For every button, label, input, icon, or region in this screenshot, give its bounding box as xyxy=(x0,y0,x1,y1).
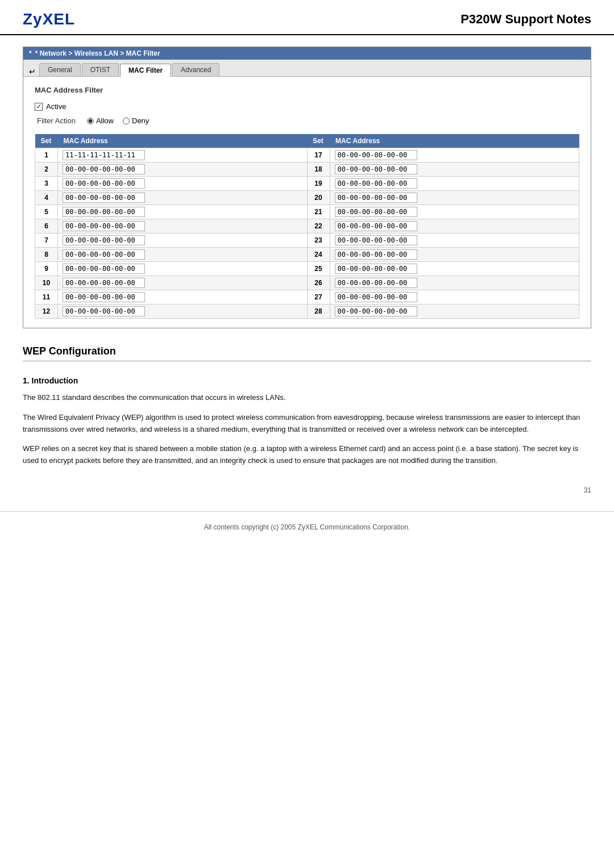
mac1-input[interactable] xyxy=(63,306,145,316)
col-set2-header: Set xyxy=(307,134,330,148)
table-row: 3 19 xyxy=(35,177,579,191)
intro-title: 1. Introduction xyxy=(23,376,591,385)
mac2-cell[interactable] xyxy=(330,233,579,248)
mac1-cell[interactable] xyxy=(58,262,308,276)
mac1-cell[interactable] xyxy=(58,233,308,248)
set2-cell: 20 xyxy=(307,191,330,205)
mac2-input[interactable] xyxy=(335,278,417,288)
mac2-input[interactable] xyxy=(335,193,417,203)
mac1-cell[interactable] xyxy=(58,290,308,304)
mac1-cell[interactable] xyxy=(58,248,308,262)
table-row: 8 24 xyxy=(35,248,579,262)
table-row: 1 17 xyxy=(35,148,579,162)
mac1-cell[interactable] xyxy=(58,148,308,162)
filter-action-row: Filter Action Allow Deny xyxy=(35,116,579,125)
set1-cell: 1 xyxy=(35,148,58,162)
mac2-cell[interactable] xyxy=(330,248,579,262)
mac2-cell[interactable] xyxy=(330,219,579,233)
set1-cell: 11 xyxy=(35,290,58,304)
tabs-row: ↵ General OTIST MAC Filter Advanced xyxy=(23,60,591,77)
active-checkbox[interactable]: ✓ xyxy=(35,103,43,111)
mac1-cell[interactable] xyxy=(58,177,308,191)
mac2-input[interactable] xyxy=(335,207,417,217)
mac1-cell[interactable] xyxy=(58,162,308,177)
mac1-input[interactable] xyxy=(63,207,145,217)
panel-body: MAC Address Filter ✓ Active Filter Actio… xyxy=(23,77,591,328)
set1-cell: 6 xyxy=(35,219,58,233)
radio-group: Allow Deny xyxy=(87,116,149,125)
intro-para3: WEP relies on a secret key that is share… xyxy=(23,443,591,467)
mac2-input[interactable] xyxy=(335,264,417,274)
radio-deny-item[interactable]: Deny xyxy=(123,116,149,125)
mac2-cell[interactable] xyxy=(330,262,579,276)
set2-cell: 19 xyxy=(307,177,330,191)
mac1-cell[interactable] xyxy=(58,304,308,319)
breadcrumb: * Network > Wireless LAN > MAC Filter xyxy=(35,49,160,57)
table-row: 5 21 xyxy=(35,205,579,219)
set1-cell: 10 xyxy=(35,276,58,290)
table-row: 11 27 xyxy=(35,290,579,304)
filter-action-label: Filter Action xyxy=(37,116,76,125)
set2-cell: 24 xyxy=(307,248,330,262)
mac2-cell[interactable] xyxy=(330,205,579,219)
set1-cell: 12 xyxy=(35,304,58,319)
mac2-input[interactable] xyxy=(335,164,417,174)
set1-cell: 9 xyxy=(35,262,58,276)
mac2-input[interactable] xyxy=(335,178,417,189)
mac2-cell[interactable] xyxy=(330,304,579,319)
mac1-input[interactable] xyxy=(63,178,145,189)
set1-cell: 3 xyxy=(35,177,58,191)
mac2-cell[interactable] xyxy=(330,148,579,162)
tab-advanced[interactable]: Advanced xyxy=(172,63,219,76)
mac1-input[interactable] xyxy=(63,193,145,203)
tab-otist[interactable]: OTIST xyxy=(82,63,119,76)
set2-cell: 28 xyxy=(307,304,330,319)
radio-deny-label: Deny xyxy=(132,116,149,125)
page-footer: All contents copyright (c) 2005 ZyXEL Co… xyxy=(0,511,614,540)
mac1-input[interactable] xyxy=(63,235,145,245)
wep-title: WEP Configuration xyxy=(23,345,591,361)
page-header: ZyXEL P320W Support Notes xyxy=(0,0,614,35)
mac1-input[interactable] xyxy=(63,221,145,231)
set2-cell: 25 xyxy=(307,262,330,276)
mac1-input[interactable] xyxy=(63,249,145,260)
section-title: MAC Address Filter xyxy=(35,86,579,94)
tab-mac-filter[interactable]: MAC Filter xyxy=(120,64,171,77)
mac2-input[interactable] xyxy=(335,306,417,316)
mac2-input[interactable] xyxy=(335,221,417,231)
table-row: 10 26 xyxy=(35,276,579,290)
mac1-input[interactable] xyxy=(63,292,145,302)
mac1-input[interactable] xyxy=(63,278,145,288)
mac-filter-table: Set MAC Address Set MAC Address 1 17 2 1… xyxy=(35,134,579,319)
panel-titlebar: * * Network > Wireless LAN > MAC Filter xyxy=(23,47,591,60)
mac2-input[interactable] xyxy=(335,292,417,302)
mac1-input[interactable] xyxy=(63,264,145,274)
mac2-cell[interactable] xyxy=(330,177,579,191)
tab-general[interactable]: General xyxy=(39,63,81,76)
mac1-cell[interactable] xyxy=(58,276,308,290)
radio-allow-button[interactable] xyxy=(87,118,94,124)
logo: ZyXEL xyxy=(23,10,75,28)
set1-cell: 4 xyxy=(35,191,58,205)
copyright-text: All contents copyright (c) 2005 ZyXEL Co… xyxy=(204,523,410,531)
intro-para2: The Wired Equivalent Privacy (WEP) algor… xyxy=(23,412,591,436)
radio-allow-item[interactable]: Allow xyxy=(87,116,114,125)
mac2-cell[interactable] xyxy=(330,191,579,205)
col-mac2-header: MAC Address xyxy=(330,134,579,148)
mac1-cell[interactable] xyxy=(58,191,308,205)
table-row: 4 20 xyxy=(35,191,579,205)
mac2-input[interactable] xyxy=(335,150,417,160)
mac2-input[interactable] xyxy=(335,235,417,245)
mac1-input[interactable] xyxy=(63,164,145,174)
mac1-cell[interactable] xyxy=(58,219,308,233)
radio-deny-button[interactable] xyxy=(123,118,130,124)
mac2-cell[interactable] xyxy=(330,290,579,304)
mac2-cell[interactable] xyxy=(330,276,579,290)
set1-cell: 8 xyxy=(35,248,58,262)
mac1-input[interactable] xyxy=(63,150,145,160)
mac2-input[interactable] xyxy=(335,249,417,260)
mac2-cell[interactable] xyxy=(330,162,579,177)
mac1-cell[interactable] xyxy=(58,205,308,219)
table-row: 9 25 xyxy=(35,262,579,276)
mac-filter-panel: * * Network > Wireless LAN > MAC Filter … xyxy=(23,47,591,328)
